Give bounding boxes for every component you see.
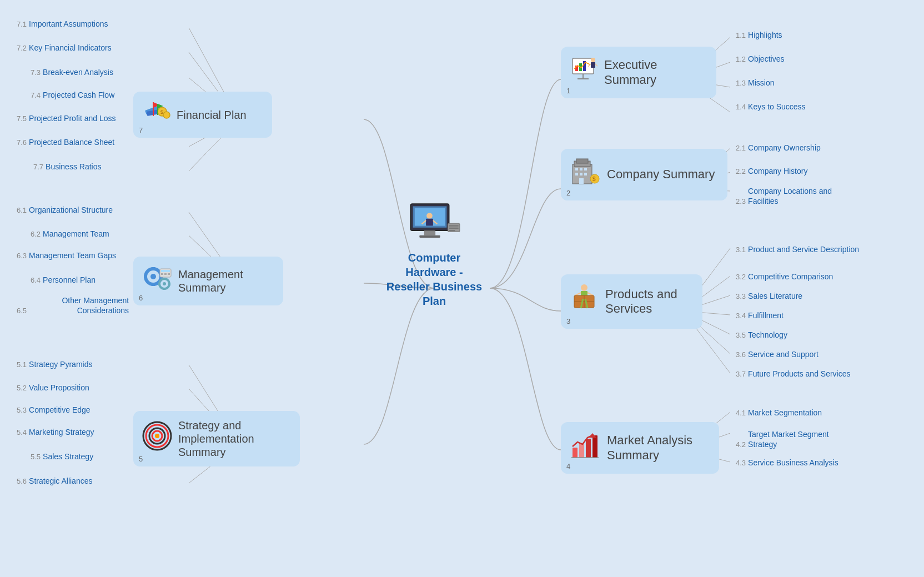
sub-label: Objectives	[748, 54, 784, 63]
svg-line-57	[595, 64, 597, 67]
sub-label: Break-even Analysis	[43, 68, 113, 77]
sub-label: Key Financial Indicators	[29, 43, 112, 52]
sub-exec-1-2[interactable]: 1.2Objectives	[736, 54, 784, 63]
svg-rect-41	[449, 225, 459, 227]
svg-rect-81	[586, 439, 591, 458]
svg-rect-64	[575, 173, 578, 175]
sub-prod-3-4[interactable]: 3.4Fulfillment	[736, 311, 784, 320]
svg-rect-105	[168, 283, 170, 285]
sub-num: 2.1	[736, 144, 746, 152]
sub-label: Highlights	[748, 31, 782, 39]
sub-strat-5-3[interactable]: 5.3Competitive Edge	[17, 405, 91, 414]
exec-label: Executive Summary	[604, 58, 705, 87]
sub-label: Projected Profit and Loss	[29, 114, 116, 123]
svg-rect-65	[580, 173, 582, 175]
topic-market-analysis[interactable]: Market Analysis Summary 4	[561, 422, 719, 474]
sub-mgmt-6-3[interactable]: 6.3Management Team Gaps	[17, 251, 116, 260]
sub-num: 1.2	[736, 55, 746, 63]
sub-num: 6.4	[31, 276, 41, 284]
sub-mkt-4-1[interactable]: 4.1Market Segmentation	[736, 408, 822, 417]
products-label: Products and Services	[605, 287, 691, 317]
sub-mkt-4-2[interactable]: 4.2Target Market Segment Strategy	[736, 429, 859, 449]
sub-num: 5.1	[17, 360, 27, 369]
svg-point-44	[426, 213, 433, 219]
svg-rect-66	[584, 173, 587, 175]
company-num: 2	[566, 189, 570, 197]
sub-mgmt-6-2[interactable]: 6.2Management Team	[31, 229, 109, 238]
sub-exec-1-4[interactable]: 1.4Keys to Success	[736, 102, 806, 111]
svg-point-88	[163, 112, 170, 118]
svg-rect-108	[161, 273, 163, 275]
exec-icon	[570, 56, 597, 89]
sub-prod-3-7[interactable]: 3.7Future Products and Services	[736, 369, 851, 378]
svg-point-54	[591, 58, 595, 62]
svg-rect-55	[591, 62, 595, 68]
sub-prod-3-6[interactable]: 3.6Service and Support	[736, 350, 818, 359]
svg-point-101	[163, 282, 166, 285]
svg-rect-39	[419, 235, 440, 238]
sub-num: 6.5	[17, 307, 27, 315]
sub-exec-1-1[interactable]: 1.1Highlights	[736, 31, 782, 39]
financial-icon: $	[142, 99, 171, 130]
sub-num: 3.3	[736, 292, 746, 300]
sub-prod-3-3[interactable]: 3.3Sales Literature	[736, 292, 802, 300]
sub-strat-5-6[interactable]: 5.6Strategic Alliances	[17, 476, 92, 485]
sub-label: Fulfillment	[748, 311, 784, 320]
sub-mkt-4-3[interactable]: 4.3Service Business Analysis	[736, 458, 838, 467]
topic-strategy-summary[interactable]: Strategy and Implementation Summary 5	[133, 411, 300, 466]
sub-strat-5-1[interactable]: 5.1Strategy Pyramids	[17, 360, 92, 369]
sub-label: Future Products and Services	[748, 369, 850, 378]
sub-label: Value Proposition	[29, 383, 89, 392]
topic-financial-plan[interactable]: $ Financial Plan 7	[133, 92, 272, 138]
sub-num: 4.1	[736, 409, 746, 417]
svg-rect-62	[580, 168, 582, 170]
market-icon	[570, 431, 600, 465]
sub-label: Product and Service Description	[748, 244, 859, 254]
svg-rect-61	[575, 168, 578, 170]
sub-label: Organizational Structure	[29, 205, 113, 214]
sub-num: 5.6	[17, 477, 27, 485]
management-icon	[142, 264, 173, 298]
topic-company-summary[interactable]: $ Company Summary 2	[561, 149, 727, 200]
sub-fin-7-3[interactable]: 7.3Break-even Analysis	[31, 68, 113, 77]
svg-rect-97	[152, 283, 155, 286]
sub-label: Competitive Comparison	[748, 272, 833, 281]
svg-line-73	[587, 293, 593, 295]
sub-strat-5-2[interactable]: 5.2Value Proposition	[17, 383, 89, 392]
sub-company-2-3[interactable]: 2.3Company Locations and Facilities	[736, 186, 837, 206]
sub-prod-3-5[interactable]: 3.5Technology	[736, 330, 787, 339]
sub-prod-3-1[interactable]: 3.1Product and Service Description	[736, 244, 859, 254]
products-icon	[570, 283, 599, 320]
sub-fin-7-6[interactable]: 7.6Projected Balance Sheet	[17, 138, 114, 147]
sub-fin-7-1[interactable]: 7.1Important Assumptions	[17, 19, 108, 28]
sub-num: 3.5	[736, 331, 746, 339]
sub-company-2-2[interactable]: 2.2Company History	[736, 167, 807, 175]
svg-rect-80	[579, 443, 584, 458]
sub-fin-7-5[interactable]: 7.5Projected Profit and Loss	[17, 114, 116, 123]
sub-company-2-1[interactable]: 2.1Company Ownership	[736, 143, 821, 152]
sub-fin-7-7[interactable]: 7.7Business Ratios	[33, 162, 101, 171]
sub-num: 6.2	[31, 230, 41, 238]
topic-executive-summary[interactable]: Executive Summary 1	[561, 47, 716, 98]
sub-mgmt-6-1[interactable]: 6.1Organizational Structure	[17, 205, 113, 214]
topic-products-services[interactable]: Products and Services 3	[561, 274, 702, 329]
sub-fin-7-4[interactable]: 7.4Projected Cash Flow	[31, 91, 114, 99]
sub-strat-5-5[interactable]: 5.5Sales Strategy	[31, 452, 93, 461]
exec-num: 1	[566, 87, 570, 95]
financial-label: Financial Plan	[177, 108, 247, 122]
sub-fin-7-2[interactable]: 7.2Key Financial Indicators	[17, 43, 112, 52]
sub-mgmt-6-5[interactable]: 6.5Other Management Considerations	[17, 295, 129, 315]
strategy-icon	[142, 421, 173, 457]
sub-prod-3-2[interactable]: 3.2Competitive Comparison	[736, 272, 833, 281]
sub-num: 7.6	[17, 138, 27, 147]
svg-rect-98	[144, 275, 147, 278]
sub-num: 3.1	[736, 245, 746, 254]
sub-exec-1-3[interactable]: 1.3Mission	[736, 78, 775, 87]
sub-num: 7.5	[17, 114, 27, 123]
sub-label: Company Ownership	[748, 143, 821, 152]
sub-strat-5-4[interactable]: 5.4Marketing Strategy	[17, 428, 94, 436]
svg-rect-79	[573, 448, 578, 458]
topic-management-summary[interactable]: Management Summary 6	[133, 257, 283, 305]
sub-num: 7.3	[31, 68, 41, 77]
sub-mgmt-6-4[interactable]: 6.4Personnel Plan	[31, 275, 96, 284]
